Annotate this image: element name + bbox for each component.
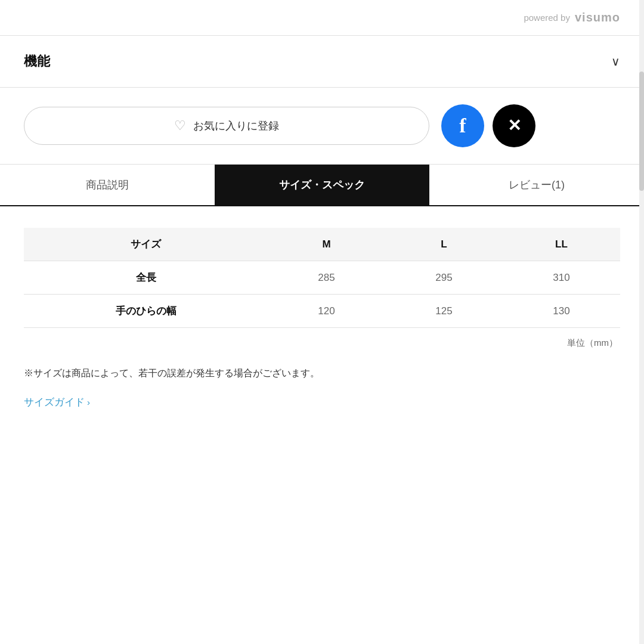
facebook-icon: f bbox=[459, 116, 466, 136]
chevron-down-icon[interactable]: ∨ bbox=[611, 54, 620, 69]
tenohira-ll: 130 bbox=[503, 295, 620, 328]
x-icon: ✕ bbox=[507, 117, 521, 134]
size-guide-label: サイズガイド bbox=[24, 395, 85, 409]
tab-review[interactable]: レビュー(1) bbox=[429, 165, 644, 205]
col-header-m: M bbox=[268, 228, 385, 261]
zenchou-ll: 310 bbox=[503, 261, 620, 295]
heart-icon: ♡ bbox=[174, 118, 186, 134]
action-row: ♡ お気に入りに登録 f ✕ bbox=[0, 88, 644, 165]
favorite-label: お気に入りに登録 bbox=[193, 119, 279, 133]
tabs-row: 商品説明 サイズ・スペック レビュー(1) bbox=[0, 165, 644, 206]
twitter-button[interactable]: ✕ bbox=[493, 104, 535, 147]
section-title: 機能 bbox=[24, 52, 50, 70]
col-header-size: サイズ bbox=[24, 228, 268, 261]
col-header-ll: LL bbox=[503, 228, 620, 261]
social-icons: f ✕ bbox=[441, 104, 535, 147]
favorite-button[interactable]: ♡ お気に入りに登録 bbox=[24, 107, 429, 145]
section-header[interactable]: 機能 ∨ bbox=[0, 36, 644, 88]
table-header-row: サイズ M L LL bbox=[24, 228, 620, 261]
row-label-zenchou: 全長 bbox=[24, 261, 268, 295]
col-header-l: L bbox=[385, 228, 503, 261]
powered-by-bar: powered by visumo bbox=[0, 0, 644, 36]
size-guide-arrow-icon: › bbox=[87, 397, 90, 407]
zenchou-m: 285 bbox=[268, 261, 385, 295]
tab-product-description[interactable]: 商品説明 bbox=[0, 165, 215, 205]
unit-label: 単位（mm） bbox=[24, 338, 620, 349]
tab-size-spec[interactable]: サイズ・スペック bbox=[215, 165, 429, 205]
facebook-button[interactable]: f bbox=[441, 104, 484, 147]
size-table: サイズ M L LL 全長 285 295 310 手のひらの幅 120 125… bbox=[24, 228, 620, 328]
size-guide-link[interactable]: サイズガイド › bbox=[24, 395, 90, 409]
powered-by-label: powered by bbox=[524, 13, 570, 23]
scrollbar[interactable] bbox=[639, 0, 644, 644]
content-area: サイズ M L LL 全長 285 295 310 手のひらの幅 120 125… bbox=[0, 206, 644, 409]
zenchou-l: 295 bbox=[385, 261, 503, 295]
row-label-tenohira: 手のひらの幅 bbox=[24, 295, 268, 328]
table-row: 全長 285 295 310 bbox=[24, 261, 620, 295]
tenohira-m: 120 bbox=[268, 295, 385, 328]
size-note: ※サイズは商品によって、若干の誤差が発生する場合がございます。 bbox=[24, 366, 620, 381]
table-row: 手のひらの幅 120 125 130 bbox=[24, 295, 620, 328]
visumo-brand: visumo bbox=[575, 11, 620, 24]
scrollbar-thumb[interactable] bbox=[639, 72, 644, 191]
tenohira-l: 125 bbox=[385, 295, 503, 328]
